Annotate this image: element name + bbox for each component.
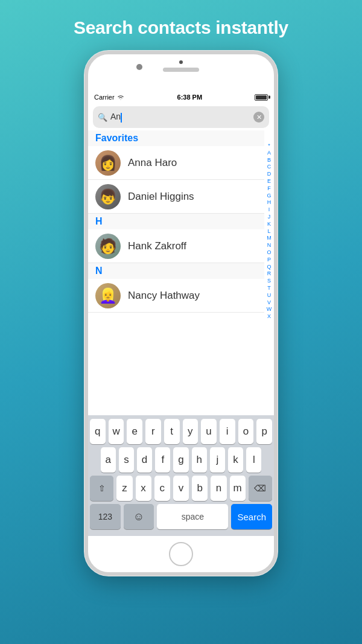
shift-key[interactable]: ⇧ [90,476,113,501]
alpha-item-G[interactable]: G [267,193,271,199]
phone-screen: Carrier 6:38 PM 🔍 An ✕ [88,91,274,536]
contact-name-nancy: Nancy Hathway [128,290,200,302]
contact-name-anna: Anna Haro [128,157,177,169]
key-y[interactable]: y [183,419,198,444]
alpha-item-V[interactable]: V [267,299,271,306]
key-v[interactable]: v [173,476,189,501]
key-l[interactable]: l [246,447,261,473]
alpha-item-P[interactable]: P [267,257,271,263]
alpha-item-B[interactable]: B [267,157,271,164]
key-z[interactable]: z [116,476,132,501]
avatar-face: 👱‍♀️ [95,283,121,308]
search-input[interactable]: An [110,112,253,122]
key-w[interactable]: w [109,419,124,444]
key-e[interactable]: e [127,419,142,444]
numbers-key[interactable]: 123 [90,504,121,529]
keyboard-row-3: ⇧ zxcvbnm⌫ [90,476,272,501]
alpha-item-W[interactable]: W [267,306,272,313]
keyboard-row-4: 123 ☺ space Search [90,504,272,529]
alpha-item-A[interactable]: A [267,150,271,156]
section-n-header: N [88,263,264,279]
contacts-list: Favorites 👩 Anna Haro 👦 Daniel Higgins H [88,130,274,415]
alpha-item-H[interactable]: H [267,199,272,206]
avatar-face: 👩 [95,150,121,176]
alpha-item-R[interactable]: R [267,270,272,277]
alpha-item-E[interactable]: E [267,178,271,185]
battery-icon [255,94,268,101]
search-clear-button[interactable]: ✕ [253,112,264,123]
keyboard-row-1: qwertyuiop [90,419,272,444]
alpha-item-Q[interactable]: Q [267,264,271,270]
alpha-item-T[interactable]: T [267,285,271,292]
avatar-face: 🧑 [95,234,121,259]
status-time: 6:38 PM [177,94,203,101]
keyboard-row-2: asdfghjkl [90,447,272,473]
key-h[interactable]: h [192,447,207,473]
alpha-item-M[interactable]: M [267,235,272,241]
phone-top [88,54,274,91]
key-d[interactable]: d [137,447,152,473]
alpha-item-N[interactable]: N [267,242,272,249]
avatar-face: 👦 [95,184,121,209]
battery-fill [256,95,267,100]
key-r[interactable]: r [145,419,161,444]
space-key[interactable]: space [157,504,228,529]
key-u[interactable]: u [201,419,217,444]
phone-frame: Carrier 6:38 PM 🔍 An ✕ [84,51,278,576]
alpha-item-D[interactable]: D [267,171,272,177]
section-h-header: H [88,214,264,229]
status-bar: Carrier 6:38 PM [88,91,274,104]
alpha-item-J[interactable]: J [268,214,271,220]
key-p[interactable]: p [256,419,272,444]
alpha-item-F[interactable]: F [267,185,271,192]
alpha-item-X[interactable]: X [267,313,271,320]
alpha-item-L[interactable]: L [267,228,270,235]
alpha-item-K[interactable]: K [267,221,271,228]
key-f[interactable]: f [155,447,170,473]
key-j[interactable]: j [210,447,225,473]
alpha-item-I[interactable]: I [268,206,270,213]
contact-row[interactable]: 👦 Daniel Higgins [88,180,264,214]
contact-row[interactable]: 🧑 Hank Zakroff [88,229,264,263]
alpha-item-C[interactable]: C [267,164,272,170]
avatar-hank: 🧑 [95,234,121,259]
phone-speaker [163,68,199,72]
carrier-text: Carrier [94,94,115,101]
key-b[interactable]: b [192,476,208,501]
key-x[interactable]: x [136,476,151,501]
key-c[interactable]: c [154,476,170,501]
key-t[interactable]: t [164,419,180,444]
contact-name-daniel: Daniel Higgins [128,191,194,203]
key-q[interactable]: q [90,419,106,444]
key-o[interactable]: o [238,419,254,444]
key-g[interactable]: g [173,447,188,473]
avatar-nancy: 👱‍♀️ [95,283,121,308]
favorites-header: Favorites [88,130,264,146]
contacts-content: Favorites 👩 Anna Haro 👦 Daniel Higgins H [88,130,264,415]
carrier-info: Carrier [94,94,125,101]
home-button[interactable] [169,542,193,566]
cursor [121,113,122,123]
delete-key[interactable]: ⌫ [249,476,272,501]
search-bar[interactable]: 🔍 An ✕ [93,106,269,128]
contact-row[interactable]: 👩 Anna Haro [88,146,264,180]
emoji-key[interactable]: ☺ [124,504,154,529]
key-k[interactable]: k [228,447,243,473]
search-key[interactable]: Search [231,504,272,529]
status-right [255,94,268,101]
avatar-daniel: 👦 [95,184,121,209]
alpha-item-S[interactable]: S [267,278,271,284]
alpha-item-O[interactable]: O [267,249,271,256]
key-s[interactable]: s [119,447,134,473]
phone-dot [179,60,183,64]
key-a[interactable]: a [101,447,116,473]
alpha-item-U[interactable]: U [267,292,272,299]
phone-camera [136,64,142,70]
key-n[interactable]: n [211,476,226,501]
key-i[interactable]: i [220,419,235,444]
alphabet-index[interactable]: *ABCDEFGHIJKLMNOPQRSTUVWX [264,130,274,415]
avatar-anna: 👩 [95,150,121,176]
alpha-item-*[interactable]: * [268,142,270,149]
contact-row[interactable]: 👱‍♀️ Nancy Hathway [88,279,264,313]
key-m[interactable]: m [230,476,246,501]
